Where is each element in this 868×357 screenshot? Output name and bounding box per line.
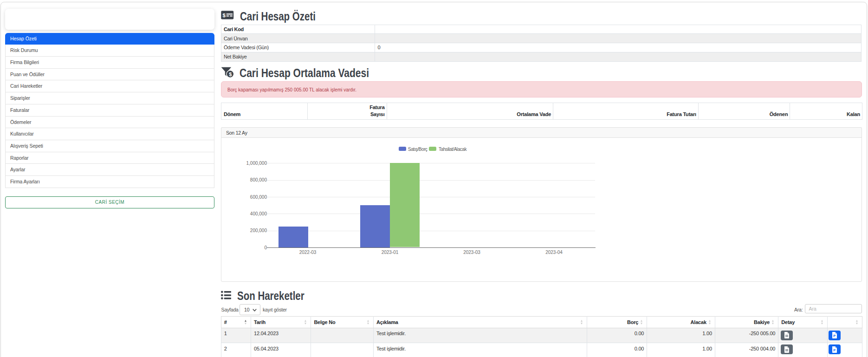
svg-text:P: P <box>833 334 836 338</box>
svg-text:P: P <box>833 348 836 352</box>
svg-text:$: $ <box>229 71 232 77</box>
svg-text:$: $ <box>223 13 226 18</box>
